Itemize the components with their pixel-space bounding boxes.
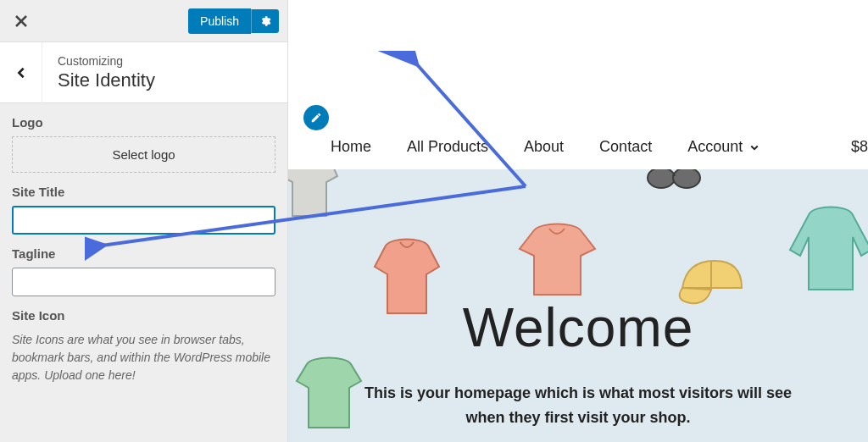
teal-longsleeve-icon [788,203,868,296]
site-title-label: Site Title [12,185,275,199]
coral-hoodie-icon [373,237,441,318]
publish-settings-button[interactable] [251,9,279,33]
sunglasses-icon [644,169,704,195]
section-header: Customizing Site Identity [0,42,287,103]
green-shirt-icon [295,356,363,432]
tagline-label: Tagline [12,246,275,261]
publish-button[interactable]: Publish [188,8,251,34]
tagline-input[interactable] [12,268,275,296]
edit-shortcut-button[interactable] [303,105,329,130]
gear-icon [259,15,271,27]
customizing-label: Customizing [58,54,155,68]
close-button[interactable] [0,0,42,42]
nav-about[interactable]: About [524,138,564,156]
preview-header: Home All Products About Contact Account … [288,0,868,169]
select-logo-button[interactable]: Select logo [12,136,275,173]
nav-all-products[interactable]: All Products [407,138,488,156]
back-button[interactable] [0,42,42,103]
site-icon-help: Site Icons are what you see in browser t… [12,331,275,384]
logo-label: Logo [12,115,275,130]
chevron-left-icon [15,67,27,79]
pencil-icon [310,112,322,124]
svg-point-2 [648,169,675,188]
close-icon [14,14,28,28]
site-preview: Home All Products About Contact Account … [288,0,868,442]
site-icon-label: Site Icon [12,308,275,323]
primary-nav: Home All Products About Contact Account … [331,138,868,156]
hero-section: Welcome This is your homepage which is w… [288,169,868,442]
customizer-sidebar: Publish Customizing Site Identity Logo S… [0,0,288,442]
section-title: Site Identity [58,69,155,91]
nav-cart-amount[interactable]: $8 [851,138,868,156]
sidebar-topbar: Publish [0,0,287,42]
chevron-down-icon [749,142,760,152]
section-titles: Customizing Site Identity [42,54,155,91]
nav-contact[interactable]: Contact [599,138,652,156]
hero-title: Welcome [463,296,694,359]
publish-group: Publish [188,8,279,34]
svg-point-3 [673,169,700,188]
hero-subtitle: This is your homepage which is what most… [358,381,798,430]
nav-account-label: Account [687,138,743,156]
coral-tee-icon [517,220,598,301]
nav-account[interactable]: Account [687,138,760,156]
nav-home[interactable]: Home [331,138,371,156]
site-title-input[interactable] [12,206,275,235]
grey-shirt-icon [288,169,339,220]
panel-body: Logo Select logo Site Title Tagline Site… [0,103,287,401]
